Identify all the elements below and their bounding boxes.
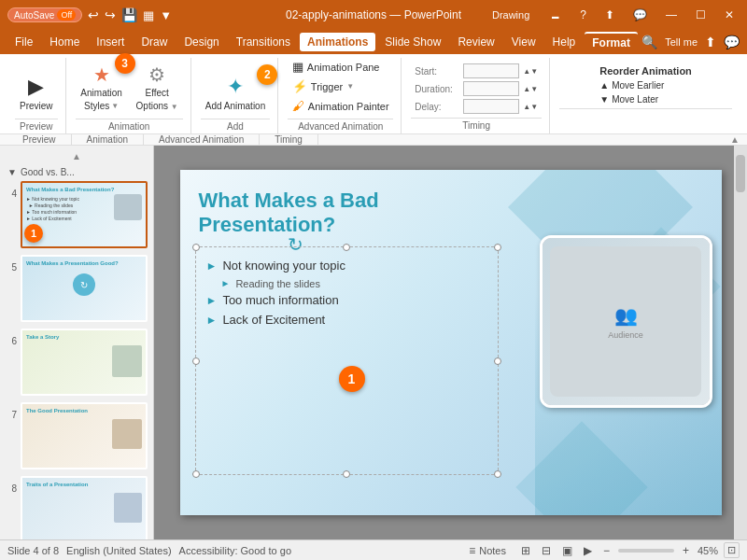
add-animation-button[interactable]: ✦ Add Animation 2	[201, 72, 271, 115]
slide-item-5[interactable]: 5 What Makes a Presentation Good? ↻	[4, 253, 149, 324]
slide-thumb-6[interactable]: Take a Story	[21, 329, 148, 396]
menu-help[interactable]: Help	[545, 33, 584, 51]
move-later-icon: ▼	[599, 94, 609, 105]
slide-item-8[interactable]: 8 Traits of a Presentation	[4, 474, 149, 539]
photo-content: 👥 Audience	[550, 246, 700, 397]
ribbon-collapse-icon[interactable]: 🗕	[544, 7, 567, 23]
menu-transitions[interactable]: Transitions	[229, 33, 298, 51]
canvas-scrollbar[interactable]	[734, 146, 747, 539]
ribbon-top: ▶ Preview Preview ★ Animation Styles ▼ 3	[0, 54, 747, 133]
slide5-mini-title: What Makes a Presentation Good?	[22, 257, 146, 268]
bullet-3: ► Lack of Excitement	[206, 313, 482, 327]
autosave-toggle[interactable]: AutoSave Off	[7, 7, 82, 22]
move-later-label: Move Later	[612, 94, 658, 105]
close-btn[interactable]: ✕	[719, 7, 740, 23]
duration-input[interactable]	[463, 81, 519, 96]
notes-button[interactable]: ≡ Notes	[462, 542, 513, 559]
bullet-1: ► Not knowing your topic	[206, 259, 482, 273]
ribbon-bottom: Preview Animation Advanced Animation Tim…	[0, 133, 747, 145]
move-earlier-icon: ▲	[599, 80, 609, 91]
comments-btn[interactable]: 💬	[724, 35, 740, 49]
delay-spin[interactable]: ▲▼	[523, 103, 538, 111]
help-icon[interactable]: ?	[574, 7, 592, 23]
bullet-3-arrow: ►	[206, 314, 218, 327]
more-tools-icon[interactable]: ▼	[160, 8, 172, 22]
slide-thumb-8[interactable]: Traits of a Presentation	[21, 476, 148, 539]
status-bar: Slide 4 of 8 English (United States) Acc…	[0, 539, 747, 560]
autosave-label: AutoSave	[14, 10, 54, 21]
menu-review[interactable]: Review	[450, 33, 501, 51]
main-area: ▲ ▼ Good vs. B... 4 What Makes a Bad Pre…	[0, 146, 747, 539]
duration-label: Duration:	[415, 84, 459, 94]
view-reading-icon[interactable]: ▣	[559, 543, 575, 558]
undo-icon[interactable]: ↩	[88, 7, 99, 22]
bullet-1-sub-arrow: ►	[221, 278, 231, 288]
share-icon[interactable]: ⬆	[599, 7, 620, 23]
save-icon[interactable]: 💾	[121, 7, 137, 22]
effect-options-icon: ⚙	[148, 63, 165, 86]
menu-slideshow[interactable]: Slide Show	[377, 33, 448, 51]
view-slide-sorter-icon[interactable]: ⊟	[539, 543, 554, 558]
zoom-plus-btn[interactable]: +	[680, 543, 692, 558]
slide6-mini-title: Take a Story	[22, 330, 146, 342]
autosave-state: Off	[57, 9, 76, 21]
slide4-mini-title: What Makes a Bad Presentation?	[22, 183, 146, 194]
menu-insert[interactable]: Insert	[89, 33, 132, 51]
zoom-slider[interactable]	[618, 549, 674, 553]
collapse-ribbon-btn[interactable]: ▲	[730, 134, 740, 145]
bullet-1-sub-text: Reading the slides	[235, 278, 320, 289]
minimize-btn[interactable]: —	[660, 7, 683, 23]
move-earlier-button[interactable]: ▲ Move Earlier	[599, 80, 692, 91]
view-slideshow-icon[interactable]: ▶	[581, 543, 595, 558]
slide-section-label: ▼ Good vs. B...	[4, 163, 149, 179]
notes-icon: ≡	[469, 544, 475, 557]
menu-draw[interactable]: Draw	[134, 33, 175, 51]
slide-item-7[interactable]: 7 The Good Presentation	[4, 400, 149, 471]
preview-button[interactable]: ▶ Preview	[15, 72, 58, 115]
tell-me-label[interactable]: Tell me	[665, 36, 698, 48]
delay-input[interactable]	[463, 99, 519, 114]
pane-label: Animation Pane	[307, 62, 380, 73]
slide-title: What Makes a Bad Presentation?	[199, 189, 498, 238]
comments-icon[interactable]: 💬	[627, 7, 653, 23]
menu-design[interactable]: Design	[176, 33, 226, 51]
slide-item-4[interactable]: 4 What Makes a Bad Presentation? ► Not k…	[4, 179, 149, 250]
menu-home[interactable]: Home	[42, 33, 87, 51]
view-normal-icon[interactable]: ⊞	[518, 543, 533, 558]
status-left: Slide 4 of 8 English (United States) Acc…	[7, 545, 291, 556]
menu-format[interactable]: Format	[585, 32, 638, 52]
scroll-thumb[interactable]	[736, 155, 745, 192]
menu-animations[interactable]: Animations	[300, 33, 375, 51]
move-later-button[interactable]: ▼ Move Later	[599, 94, 692, 105]
slide-item-6[interactable]: 6 Take a Story	[4, 327, 149, 398]
maximize-btn[interactable]: ☐	[690, 7, 712, 23]
menu-file[interactable]: File	[7, 33, 40, 51]
fit-to-window-btn[interactable]: ⊡	[724, 542, 740, 558]
slide-num-6: 6	[6, 329, 17, 346]
effect-options-button[interactable]: ⚙ Effect Options ▼	[132, 61, 183, 115]
start-input[interactable]	[463, 63, 519, 78]
share-btn[interactable]: ⬆	[705, 35, 716, 49]
annotation-2: 2	[257, 64, 277, 85]
start-spin[interactable]: ▲▼	[523, 67, 538, 76]
slide-thumb-4[interactable]: What Makes a Bad Presentation? ► Not kno…	[21, 181, 148, 248]
duration-spin[interactable]: ▲▼	[523, 85, 538, 93]
trigger-button[interactable]: ⚡ Trigger ▼	[289, 77, 393, 95]
title-bar-left: AutoSave Off ↩ ↪ 💾 ▦ ▼	[7, 7, 172, 22]
animation-pane-button[interactable]: ▦ Animation Pane	[289, 58, 393, 76]
zoom-minus-btn[interactable]: −	[600, 543, 613, 558]
bullet-1-sub: ► Reading the slides	[221, 278, 482, 289]
slide-num-4: 4	[6, 181, 17, 199]
slide-thumb-5[interactable]: What Makes a Presentation Good? ↻	[21, 255, 148, 322]
ribbon-group-animation: ★ Animation Styles ▼ 3 ⚙ Effect Options …	[68, 58, 191, 133]
scroll-up-btn[interactable]: ▲	[4, 149, 149, 163]
slide-thumb-7[interactable]: The Good Presentation	[21, 402, 148, 469]
search-icon[interactable]: 🔍	[641, 35, 657, 49]
slide-annotation-1: 1	[339, 366, 365, 392]
advanced-btns: ▦ Animation Pane ⚡ Trigger ▼ 🖌 Animation…	[289, 58, 393, 115]
redo-icon[interactable]: ↪	[105, 7, 116, 22]
animation-buttons: ★ Animation Styles ▼ 3 ⚙ Effect Options …	[76, 58, 183, 119]
menu-view[interactable]: View	[504, 33, 543, 51]
animation-painter-button[interactable]: 🖌 Animation Painter	[289, 97, 393, 115]
accessibility-label[interactable]: Accessibility: Good to go	[179, 545, 291, 556]
